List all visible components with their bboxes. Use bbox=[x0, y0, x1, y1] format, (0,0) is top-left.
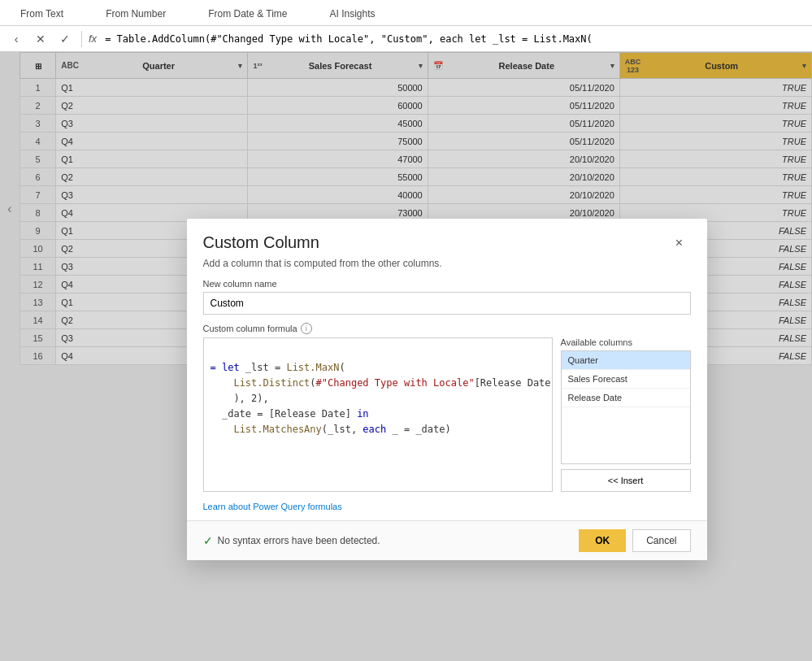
insert-button[interactable]: << Insert bbox=[561, 469, 691, 492]
check-icon: ✓ bbox=[203, 534, 213, 547]
tab-ai-insights[interactable]: AI Insights bbox=[310, 1, 396, 25]
custom-column-dialog: Custom Column × Add a column that is com… bbox=[187, 219, 707, 560]
cancel-formula-button[interactable]: ✕ bbox=[31, 29, 50, 49]
column-list-item[interactable]: Release Date bbox=[562, 389, 690, 407]
dialog-title: Custom Column bbox=[203, 233, 319, 252]
learn-link[interactable]: Learn about Power Query formulas bbox=[203, 502, 342, 511]
nav-back-button[interactable]: ‹ bbox=[7, 29, 26, 49]
tab-from-number-label: From Number bbox=[106, 8, 166, 20]
tab-from-text[interactable]: From Text bbox=[0, 1, 84, 25]
tab-from-text-label: From Text bbox=[20, 8, 63, 20]
dialog-header: Custom Column × bbox=[187, 219, 707, 258]
formula-input[interactable] bbox=[105, 29, 805, 49]
dialog-footer: ✓ No syntax errors have been detected. O… bbox=[187, 520, 707, 560]
formula-divider bbox=[81, 31, 82, 47]
status-section: ✓ No syntax errors have been detected. bbox=[203, 534, 380, 547]
top-tabs-bar: From Text From Number From Date & Time A… bbox=[0, 0, 812, 26]
dialog-body: New column name Custom column formula i … bbox=[187, 279, 707, 520]
accept-formula-button[interactable]: ✓ bbox=[55, 29, 75, 49]
dialog-close-button[interactable]: × bbox=[668, 232, 691, 254]
formula-label-text: Custom column formula bbox=[203, 324, 297, 333]
formula-editor[interactable]: = let _lst = List.MaxN( List.Distinct(#"… bbox=[203, 337, 553, 492]
status-text: No syntax errors have been detected. bbox=[218, 535, 380, 546]
footer-buttons: OK Cancel bbox=[579, 529, 690, 552]
formula-info-icon[interactable]: i bbox=[301, 323, 312, 334]
column-name-input[interactable] bbox=[203, 292, 691, 315]
dialog-subtitle: Add a column that is computed from the o… bbox=[187, 258, 707, 279]
fx-label: fx bbox=[89, 33, 97, 45]
tab-from-datetime[interactable]: From Date & Time bbox=[188, 1, 307, 25]
formula-bar: ‹ ✕ ✓ fx bbox=[0, 26, 812, 52]
available-columns-label: Available columns bbox=[561, 337, 691, 347]
columns-list: QuarterSales ForecastRelease Date bbox=[561, 350, 691, 464]
tab-from-number[interactable]: From Number bbox=[85, 1, 186, 25]
tab-ai-insights-label: AI Insights bbox=[330, 8, 376, 20]
ok-button[interactable]: OK bbox=[579, 529, 626, 552]
tab-from-datetime-label: From Date & Time bbox=[208, 8, 287, 20]
main-content: ‹ ⊞ ABC Quarter ▾ bbox=[0, 52, 812, 661]
dialog-overlay: Custom Column × Add a column that is com… bbox=[0, 52, 812, 661]
available-columns-panel: Available columns QuarterSales ForecastR… bbox=[561, 337, 691, 492]
formula-section-label: Custom column formula i bbox=[203, 323, 691, 334]
column-list-item[interactable]: Sales Forecast bbox=[562, 370, 690, 389]
column-name-label: New column name bbox=[203, 279, 691, 289]
column-list-item[interactable]: Quarter bbox=[562, 351, 690, 370]
formula-editor-content: = let _lst = List.MaxN( List.Distinct(#"… bbox=[211, 345, 545, 438]
cancel-button[interactable]: Cancel bbox=[632, 529, 690, 552]
formula-columns-row: = let _lst = List.MaxN( List.Distinct(#"… bbox=[203, 337, 691, 492]
